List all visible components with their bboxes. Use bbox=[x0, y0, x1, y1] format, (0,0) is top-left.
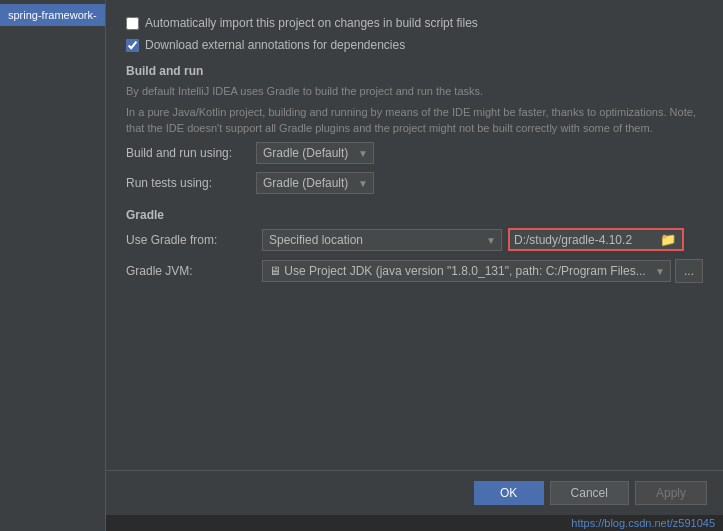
ok-button[interactable]: OK bbox=[474, 481, 544, 505]
gradle-section: Gradle Use Gradle from: Specified locati… bbox=[126, 208, 703, 283]
build-using-select-wrapper: Gradle (Default) IntelliJ IDEA ▼ bbox=[256, 142, 374, 164]
use-gradle-select-wrapper: Specified location Gradle wrapper Local … bbox=[262, 229, 502, 251]
cancel-button[interactable]: Cancel bbox=[550, 481, 629, 505]
run-tests-row: Run tests using: Gradle (Default) Intell… bbox=[126, 172, 703, 194]
jvm-more-button[interactable]: ... bbox=[675, 259, 703, 283]
auto-import-checkbox[interactable] bbox=[126, 17, 139, 30]
content-body: Automatically import this project on cha… bbox=[106, 0, 723, 470]
build-run-desc2: In a pure Java/Kotlin project, building … bbox=[126, 105, 703, 136]
jvm-select[interactable]: 🖥 Use Project JDK (java version "1.8.0_1… bbox=[262, 260, 671, 282]
use-gradle-row: Use Gradle from: Specified location Grad… bbox=[126, 228, 703, 251]
browse-folder-button[interactable]: 📁 bbox=[658, 232, 678, 247]
build-using-label: Build and run using: bbox=[126, 146, 256, 160]
build-run-desc1: By default IntelliJ IDEA uses Gradle to … bbox=[126, 84, 703, 99]
gradle-jvm-label: Gradle JVM: bbox=[126, 264, 256, 278]
run-tests-label: Run tests using: bbox=[126, 176, 256, 190]
auto-import-label: Automatically import this project on cha… bbox=[145, 16, 478, 30]
use-gradle-label: Use Gradle from: bbox=[126, 233, 256, 247]
location-path-input[interactable] bbox=[514, 233, 654, 247]
footer: OK Cancel Apply bbox=[106, 470, 723, 515]
gradle-section-title: Gradle bbox=[126, 208, 703, 222]
watermark: https://blog.csdn.net/z591045 bbox=[106, 515, 723, 531]
download-annotations-label: Download external annotations for depend… bbox=[145, 38, 405, 52]
content-area: Automatically import this project on cha… bbox=[106, 0, 723, 531]
build-run-section-title: Build and run bbox=[126, 64, 703, 78]
build-using-select[interactable]: Gradle (Default) IntelliJ IDEA bbox=[256, 142, 374, 164]
jvm-dropdown-wrapper: 🖥 Use Project JDK (java version "1.8.0_1… bbox=[262, 260, 671, 282]
sidebar: spring-framework- bbox=[0, 0, 106, 531]
gradle-jvm-row: Gradle JVM: 🖥 Use Project JDK (java vers… bbox=[126, 259, 703, 283]
jvm-select-wrapper: 🖥 Use Project JDK (java version "1.8.0_1… bbox=[262, 259, 703, 283]
auto-import-row: Automatically import this project on cha… bbox=[126, 16, 703, 30]
apply-button[interactable]: Apply bbox=[635, 481, 707, 505]
run-tests-select[interactable]: Gradle (Default) IntelliJ IDEA bbox=[256, 172, 374, 194]
sidebar-item-spring-framework[interactable]: spring-framework- bbox=[0, 4, 105, 26]
download-annotations-row: Download external annotations for depend… bbox=[126, 38, 703, 52]
watermark-url: https://blog.csdn.net/z591045 bbox=[571, 517, 715, 529]
location-path-box: 📁 bbox=[508, 228, 684, 251]
build-using-row: Build and run using: Gradle (Default) In… bbox=[126, 142, 703, 164]
use-gradle-select[interactable]: Specified location Gradle wrapper Local … bbox=[262, 229, 502, 251]
run-tests-select-wrapper: Gradle (Default) IntelliJ IDEA ▼ bbox=[256, 172, 374, 194]
download-annotations-checkbox[interactable] bbox=[126, 39, 139, 52]
